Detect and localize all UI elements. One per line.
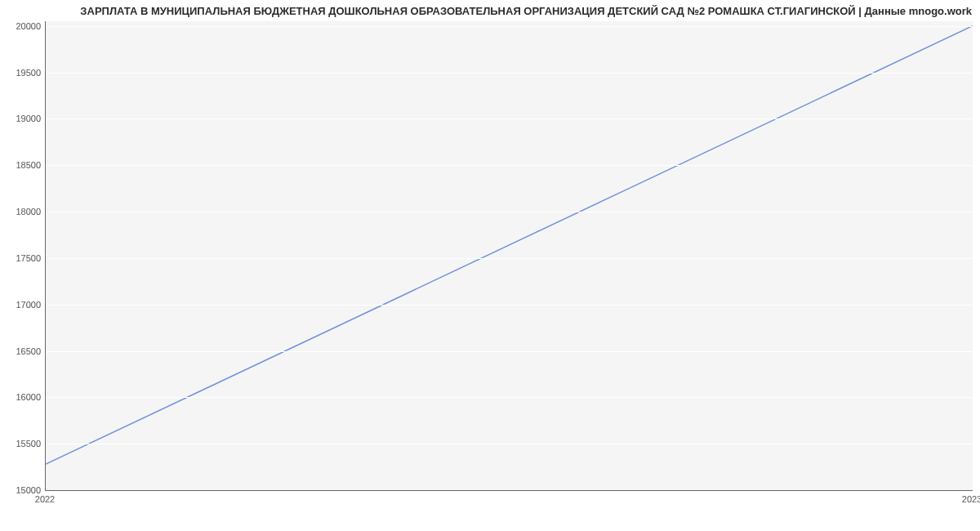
y-tick-label: 19000 [0, 114, 41, 123]
y-tick-label: 16500 [0, 346, 41, 356]
y-tick-label: 19500 [0, 68, 41, 78]
line-chart: ЗАРПЛАТА В МУНИЦИПАЛЬНАЯ БЮДЖЕТНАЯ ДОШКО… [0, 0, 980, 531]
gridline [46, 26, 973, 27]
gridline [46, 118, 973, 119]
gridline [46, 444, 973, 444]
gridline [46, 73, 973, 74]
gridline [46, 305, 973, 306]
x-tick-label: 2023 [962, 494, 980, 504]
x-tick-label: 2022 [35, 494, 55, 504]
gridline [46, 351, 973, 352]
gridline [46, 212, 973, 212]
y-tick-label: 20000 [0, 21, 41, 31]
chart-title: ЗАРПЛАТА В МУНИЦИПАЛЬНАЯ БЮДЖЕТНАЯ ДОШКО… [8, 5, 972, 17]
y-tick-label: 16000 [0, 392, 41, 402]
y-tick-label: 15500 [0, 439, 41, 448]
gridline [46, 165, 973, 166]
y-tick-label: 18000 [0, 207, 41, 216]
y-tick-label: 17000 [0, 300, 41, 310]
series-line [46, 21, 973, 490]
plot-area [45, 21, 973, 491]
gridline [46, 258, 973, 259]
gridline [46, 397, 973, 398]
y-tick-label: 17500 [0, 253, 41, 263]
y-tick-label: 18500 [0, 160, 41, 170]
